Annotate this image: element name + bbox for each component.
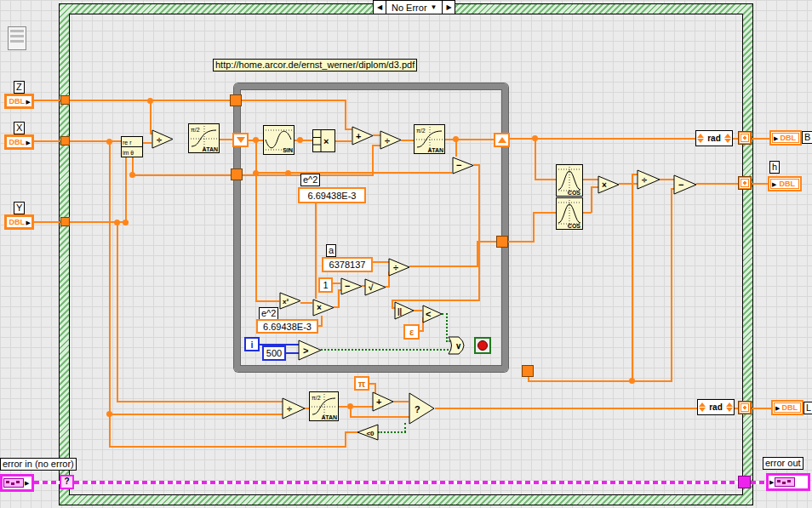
svg-text:√: √ xyxy=(369,283,374,292)
svg-text:−: − xyxy=(678,180,683,190)
e2-label[interactable]: e^2 xyxy=(300,174,320,186)
tunnel[interactable] xyxy=(739,402,751,414)
subtract-node[interactable]: − xyxy=(673,174,697,199)
divide-node[interactable]: ÷ xyxy=(388,257,410,281)
h-label[interactable]: h xyxy=(769,161,780,174)
wire xyxy=(300,302,312,304)
case-next-button[interactable]: ▶ xyxy=(442,0,455,14)
doc-link-label[interactable]: http://home.arcor.de/ernst_werner/diplom… xyxy=(213,59,417,71)
svg-text:ATAN: ATAN xyxy=(322,414,337,420)
loop-iteration-terminal[interactable]: i xyxy=(244,337,260,351)
wire xyxy=(335,140,352,142)
divide-node[interactable]: ÷ xyxy=(152,128,174,153)
max-iterations-constant[interactable]: 500 xyxy=(262,345,286,361)
tunnel[interactable] xyxy=(522,365,534,377)
tunnel[interactable] xyxy=(60,136,70,146)
atan-node[interactable]: π/2 ATAN xyxy=(414,124,445,157)
loop-stop-terminal[interactable] xyxy=(474,337,491,354)
a-constant[interactable]: 6378137 xyxy=(322,257,373,272)
error-in-terminal[interactable]: ▶ xyxy=(0,474,34,492)
chevron-down-icon: ▼ xyxy=(431,3,437,11)
wire xyxy=(350,416,409,418)
complex-to-polar-node[interactable]: re r im θ xyxy=(121,136,143,161)
z-input-terminal[interactable]: DBL▶ xyxy=(4,94,34,109)
y-label[interactable]: Y xyxy=(14,202,25,214)
tunnel[interactable] xyxy=(496,236,508,248)
tunnel[interactable] xyxy=(60,95,70,105)
error-cluster-icon xyxy=(775,477,795,487)
wire-junction xyxy=(129,172,135,178)
svg-text:π/2: π/2 xyxy=(416,128,426,134)
a-label[interactable]: a xyxy=(326,244,336,257)
sqrt-node[interactable]: √ xyxy=(364,277,386,300)
pi-constant[interactable]: π xyxy=(354,376,369,391)
case-selector-tunnel[interactable]: ? xyxy=(60,475,74,489)
wire xyxy=(378,431,406,433)
subtract-node[interactable]: − xyxy=(452,156,474,179)
shift-register-right[interactable] xyxy=(494,133,510,147)
divide-node[interactable]: ÷ xyxy=(380,129,402,154)
less-than-zero-node[interactable]: <0 xyxy=(357,424,379,444)
convert-unit-node[interactable]: rad xyxy=(695,130,733,146)
error-in-label[interactable]: error in (no error) xyxy=(0,458,77,471)
tunnel[interactable] xyxy=(60,217,70,226)
e2-constant[interactable]: 6.69438E-3 xyxy=(256,319,318,334)
case-prev-button[interactable]: ◀ xyxy=(373,0,386,14)
tunnel[interactable] xyxy=(739,177,751,189)
e2-constant[interactable]: 6.69438E-3 xyxy=(298,187,366,203)
svg-text:COS: COS xyxy=(568,223,581,229)
h-output-indicator[interactable]: ▶DBL xyxy=(768,176,802,191)
wire xyxy=(535,138,536,180)
wire-junction xyxy=(114,220,120,225)
add-node[interactable]: + xyxy=(372,391,394,416)
l-label[interactable]: L xyxy=(803,402,812,414)
e2-label[interactable]: e^2 xyxy=(259,307,278,320)
l-output-indicator[interactable]: ▶DBL xyxy=(771,400,803,415)
atan-node[interactable]: π/2 ATAN xyxy=(188,123,220,157)
multiply-node[interactable]: × xyxy=(598,174,620,198)
cos-node[interactable]: COS xyxy=(556,164,583,200)
b-label[interactable]: B xyxy=(802,131,812,144)
divide-node[interactable]: ÷ xyxy=(637,168,660,194)
add-node[interactable]: + xyxy=(352,125,374,150)
cos-node[interactable]: COS xyxy=(556,197,583,233)
tunnel[interactable] xyxy=(231,168,243,180)
subtract-node[interactable]: − xyxy=(340,277,363,300)
abs-node[interactable]: || xyxy=(394,300,415,324)
wire xyxy=(132,174,232,176)
wire xyxy=(117,221,118,402)
or-node[interactable]: ∨ xyxy=(448,336,470,358)
wire xyxy=(255,300,279,302)
wire-junction xyxy=(106,411,112,417)
wire xyxy=(34,221,60,223)
case-selector-label-box[interactable]: No Error ▼ xyxy=(386,0,442,14)
error-out-label[interactable]: error out xyxy=(763,457,803,470)
divide-node[interactable]: ÷ xyxy=(282,397,306,424)
wire-junction xyxy=(106,139,112,145)
tunnel[interactable] xyxy=(738,476,751,488)
y-input-terminal[interactable]: DBL▶ xyxy=(4,214,34,230)
compound-multiply-node[interactable]: × xyxy=(312,129,335,156)
select-node[interactable]: ? xyxy=(409,392,436,428)
less-than-node[interactable]: < xyxy=(422,304,443,328)
convert-unit-node[interactable]: rad xyxy=(697,399,735,415)
greater-than-node[interactable]: > xyxy=(298,339,322,365)
multiply-node[interactable]: × xyxy=(312,298,335,321)
shift-register-left[interactable] xyxy=(232,133,249,147)
error-out-terminal[interactable]: ▶ xyxy=(766,473,810,491)
x-label[interactable]: X xyxy=(14,122,25,134)
sin-node[interactable]: SIN xyxy=(263,125,294,158)
atan-node[interactable]: π/2 ATAN xyxy=(309,391,339,425)
tunnel[interactable] xyxy=(739,132,751,144)
wire xyxy=(125,156,127,223)
svg-text:∨: ∨ xyxy=(455,341,461,351)
wire xyxy=(591,187,592,213)
one-constant[interactable]: 1 xyxy=(318,277,333,293)
epsilon-constant[interactable]: ε xyxy=(403,324,420,340)
wire xyxy=(401,140,414,141)
x-input-terminal[interactable]: DBL▶ xyxy=(4,134,34,150)
tunnel[interactable] xyxy=(230,94,242,106)
b-output-indicator[interactable]: ▶DBL xyxy=(769,130,802,146)
square-node[interactable]: x² xyxy=(279,291,301,314)
z-label[interactable]: Z xyxy=(14,81,25,94)
